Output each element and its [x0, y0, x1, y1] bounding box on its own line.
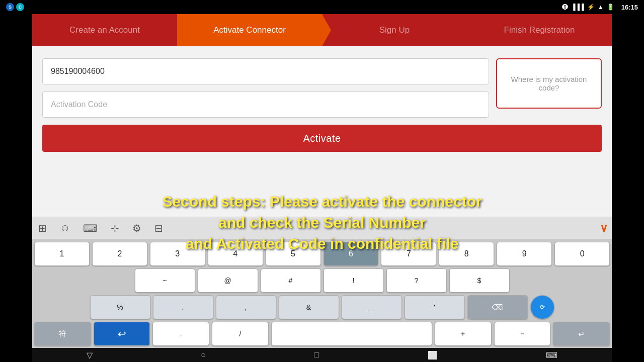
status-icon-s: S: [6, 3, 14, 11]
key-5[interactable]: 5: [266, 242, 321, 266]
step-signup[interactable]: Sign Up: [322, 14, 467, 46]
serial-number-input[interactable]: [42, 58, 489, 84]
key-3[interactable]: 3: [150, 242, 205, 266]
key-char[interactable]: 符: [34, 322, 91, 346]
kb-layout-icon[interactable]: ⊟: [152, 220, 165, 236]
step-create-label: Create an Account: [69, 25, 140, 35]
serial-number-row: Where is my activation code?: [42, 58, 602, 118]
key-backspace[interactable]: ⌫: [467, 295, 528, 319]
serial-input-wrap: [42, 58, 489, 118]
status-left-icons: S C: [6, 3, 24, 11]
bottom-nav: ▽ ○ □ ⬜ ⌨: [32, 348, 612, 362]
activation-code-input[interactable]: [42, 92, 489, 118]
keyboard-toolbar: ⊞ ☺ ⌨ ⊹ ⚙ ⊟ ∨: [32, 217, 612, 239]
bluetooth-icon: ⚡: [587, 4, 595, 11]
key-6[interactable]: 6: [324, 242, 379, 266]
key-plus[interactable]: ＋: [435, 322, 492, 346]
app-container: Create an Account Activate Connector Sig…: [32, 14, 612, 348]
kb-row-bottom: 符 ↩ . / ＋ － ↵: [34, 322, 610, 346]
kb-grid-icon[interactable]: ⊞: [36, 220, 49, 236]
key-0[interactable]: 0: [554, 242, 610, 266]
nav-back-button[interactable]: ▽: [87, 350, 93, 360]
where-activation-code-label: Where is my activation code?: [503, 75, 595, 92]
key-8[interactable]: 8: [439, 242, 494, 266]
key-comma[interactable]: ,: [216, 295, 276, 319]
key-tilde[interactable]: ~: [135, 268, 195, 293]
step-activate-label: Activate Connector: [213, 25, 286, 35]
key-apostrophe[interactable]: ': [405, 295, 465, 319]
step-create-account[interactable]: Create an Account: [32, 14, 177, 46]
key-2[interactable]: 2: [92, 242, 147, 266]
status-bar: S C 🅢 ▐▐▐ ⚡ ▲ 🔋 16:15: [0, 0, 644, 14]
status-right-icons: 🅢 ▐▐▐ ⚡ ▲ 🔋 16:15: [562, 4, 638, 11]
kb-row-symbols2: % . , & _ ' ⌫ ⟳: [34, 295, 610, 319]
key-dollar[interactable]: $: [449, 268, 510, 293]
nav-home-button[interactable]: ○: [201, 350, 206, 359]
key-dot3[interactable]: .: [152, 322, 209, 346]
where-activation-code-box[interactable]: Where is my activation code?: [496, 58, 602, 109]
nav-keyboard-button[interactable]: ⌨: [546, 350, 557, 360]
step-bar: Create an Account Activate Connector Sig…: [32, 14, 612, 46]
key-7[interactable]: 7: [381, 242, 436, 266]
activate-button[interactable]: Activate: [42, 125, 602, 152]
key-4[interactable]: 4: [208, 242, 263, 266]
kb-settings-icon[interactable]: ⚙: [130, 220, 143, 236]
step-finish[interactable]: Finish Registration: [467, 14, 612, 46]
status-icon-c: C: [16, 3, 24, 11]
key-amp[interactable]: &: [279, 295, 339, 319]
keyboard: 1 2 3 4 5 6 7 8 9 0 ~ @ # ! ? $ % . , & …: [32, 239, 612, 348]
status-time: 16:15: [621, 4, 638, 11]
step-activate-connector[interactable]: Activate Connector: [177, 14, 322, 46]
status-icon-s2: 🅢: [562, 4, 568, 11]
nav-recent-button[interactable]: □: [314, 350, 319, 359]
step-signup-label: Sign Up: [379, 25, 410, 35]
key-hash[interactable]: #: [261, 268, 321, 293]
key-underscore[interactable]: _: [342, 295, 402, 319]
key-slash[interactable]: /: [212, 322, 269, 346]
wifi-icon: ▲: [598, 4, 604, 11]
kb-keyboard-icon[interactable]: ⌨: [81, 220, 100, 236]
key-percent[interactable]: %: [90, 295, 150, 319]
kb-cursor-icon[interactable]: ⊹: [109, 220, 121, 236]
nav-screenshot-button[interactable]: ⬜: [428, 350, 438, 360]
step-finish-label: Finish Registration: [504, 25, 575, 35]
kb-row-numbers: 1 2 3 4 5 6 7 8 9 0: [34, 242, 610, 266]
key-dot2[interactable]: .: [153, 295, 213, 319]
key-exclaim[interactable]: !: [324, 268, 384, 293]
key-minus[interactable]: －: [494, 322, 551, 346]
key-at[interactable]: @: [198, 268, 258, 293]
kb-emoji-icon[interactable]: ☺: [58, 220, 72, 236]
kb-row-symbols1: ~ @ # ! ? $: [34, 268, 610, 293]
key-question[interactable]: ?: [386, 268, 447, 293]
key-circle[interactable]: ⟳: [530, 295, 554, 319]
key-1[interactable]: 1: [34, 242, 90, 266]
signal-icon: ▐▐▐: [571, 4, 584, 11]
key-enter[interactable]: ↵: [553, 322, 610, 346]
key-9[interactable]: 9: [497, 242, 552, 266]
key-space[interactable]: [271, 322, 432, 346]
content-area: Where is my activation code? Activate: [32, 46, 612, 217]
key-undo[interactable]: ↩: [94, 322, 150, 346]
battery-icon: 🔋: [607, 4, 614, 11]
kb-collapse-icon[interactable]: ∨: [600, 222, 608, 235]
